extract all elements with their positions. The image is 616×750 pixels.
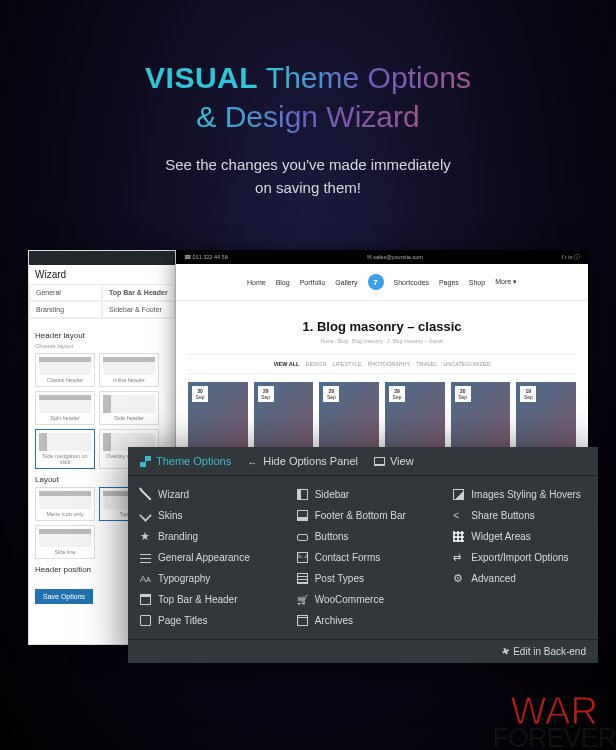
blog-card[interactable]: 20Sep	[451, 382, 511, 452]
hero: VISUAL Theme Options & Design Wizard See…	[0, 0, 616, 199]
layout-option[interactable]: Side line	[35, 525, 95, 559]
options-item[interactable]: Top Bar & Header	[140, 589, 273, 610]
popup-tab[interactable]: Hide Options Panel	[247, 455, 358, 467]
nav-item[interactable]: More ▾	[495, 278, 517, 286]
options-item[interactable]: Contact Forms	[297, 547, 430, 568]
nav-item[interactable]: Shortcodes	[394, 279, 429, 286]
filter-item[interactable]: PHOTOGRAPHY	[368, 361, 411, 367]
nav-item[interactable]: Shop	[469, 279, 485, 286]
layout-option[interactable]: Side header	[99, 391, 159, 425]
popup-body: WizardSkinsBrandingGeneral AppearanceTyp…	[128, 476, 598, 639]
site-page-title: 1. Blog masonry – classic	[176, 319, 588, 334]
options-item[interactable]: Export/Import Options	[453, 547, 586, 568]
breadcrumb: Home · Blog · Blog masonry · 1. Blog mas…	[176, 338, 588, 344]
subtitle-line-2: on saving them!	[255, 179, 361, 196]
choose-layout-label: Choose layout	[35, 343, 169, 349]
options-item[interactable]: Share Buttons	[453, 505, 586, 526]
theme-options-popup: Theme OptionsHide Options PanelView Wiza…	[128, 447, 598, 663]
nav-item[interactable]: Pages	[439, 279, 459, 286]
layout-option[interactable]: Split header	[35, 391, 95, 425]
layout-option[interactable]: Menu icon only	[35, 487, 95, 521]
filter-item[interactable]: LIFESTYLE	[333, 361, 362, 367]
blog-card[interactable]: 29Sep	[319, 382, 379, 452]
options-item[interactable]: Typography	[140, 568, 273, 589]
filter-item[interactable]: VIEW ALL	[273, 361, 299, 367]
popup-column-1: WizardSkinsBrandingGeneral AppearanceTyp…	[128, 484, 285, 631]
nav-item[interactable]: Gallery	[335, 279, 357, 286]
options-item[interactable]: Advanced	[453, 568, 586, 589]
filter-item[interactable]: TRAVEL	[416, 361, 437, 367]
wizard-tab-topbar-header[interactable]: Top Bar & Header	[102, 284, 175, 301]
popup-column-3: Images Styling & HoversShare ButtonsWidg…	[441, 484, 598, 631]
popup-tab[interactable]: Theme Options	[140, 455, 231, 467]
brush-icon	[139, 509, 151, 521]
section-header-layout: Header layout	[35, 331, 169, 340]
wp-admin-bar[interactable]	[29, 251, 175, 265]
wizard-title: Wizard	[29, 265, 175, 284]
page-icon	[140, 615, 151, 626]
options-item[interactable]: Footer & Bottom Bar	[297, 505, 430, 526]
wizard-tabs: General Top Bar & Header Branding Sideba…	[29, 284, 175, 319]
options-item[interactable]: WooCommerce	[297, 589, 430, 610]
wizard-tab-general[interactable]: General	[29, 284, 102, 301]
date-badge: 29Sep	[258, 386, 274, 402]
wizard-tab-branding[interactable]: Branding	[29, 301, 102, 318]
layout-option[interactable]: Side navigation on click	[35, 429, 95, 469]
popup-header: Theme OptionsHide Options PanelView	[128, 447, 598, 476]
mail-icon	[297, 552, 308, 563]
options-item[interactable]: Skins	[140, 505, 273, 526]
filter-item[interactable]: UNCATEGORIZED	[443, 361, 490, 367]
tools-icon	[140, 456, 151, 467]
options-item[interactable]: Post Types	[297, 568, 430, 589]
date-badge: 29Sep	[323, 386, 339, 402]
save-options-button[interactable]: Save Options	[35, 589, 93, 604]
watermark: WAR FOREVER	[492, 695, 616, 750]
blog-card[interactable]: 29Sep	[254, 382, 314, 452]
star-icon	[140, 531, 151, 542]
blog-card[interactable]: 30Sep	[188, 382, 248, 452]
button-icon	[297, 534, 308, 541]
archive-icon	[297, 615, 308, 626]
edit-backend-link[interactable]: Edit in Back-end	[513, 646, 586, 657]
nav-item[interactable]: Portfolio	[300, 279, 326, 286]
subtitle: See the changes you've made immediately …	[0, 154, 616, 199]
date-badge: 30Sep	[192, 386, 208, 402]
options-item[interactable]: Images Styling & Hovers	[453, 484, 586, 505]
layout-icon	[140, 594, 151, 605]
layout-option[interactable]: Classic header	[35, 353, 95, 387]
wrench-icon	[499, 646, 510, 657]
options-item[interactable]: Sidebar	[297, 484, 430, 505]
date-badge: 19Sep	[520, 386, 536, 402]
nav-item[interactable]: Blog	[276, 279, 290, 286]
layout-option[interactable]: Inline header	[99, 353, 159, 387]
cart-icon	[297, 594, 308, 605]
blog-card[interactable]: 29Sep	[385, 382, 445, 452]
nav-item[interactable]: Home	[247, 279, 266, 286]
filter-item[interactable]: DESIGN	[305, 361, 326, 367]
category-filters: VIEW ALLDESIGNLIFESTYLEPHOTOGRAPHYTRAVEL…	[188, 354, 576, 374]
options-item[interactable]: Buttons	[297, 526, 430, 547]
options-item[interactable]: Wizard	[140, 484, 273, 505]
options-item[interactable]: Branding	[140, 526, 273, 547]
options-item[interactable]: Archives	[297, 610, 430, 631]
image-icon	[453, 489, 464, 500]
doc-icon	[297, 573, 308, 584]
popup-tab[interactable]: View	[374, 455, 414, 467]
topbar-social[interactable]: f t in ⓘ	[562, 254, 580, 261]
wizard-tab-sidebar-footer[interactable]: Sidebar & Footer	[102, 301, 175, 318]
options-item[interactable]: Widget Areas	[453, 526, 586, 547]
blog-card[interactable]: 19Sep	[516, 382, 576, 452]
share-icon	[453, 510, 464, 521]
title-strong: VISUAL	[145, 61, 258, 94]
arrow-icon	[247, 456, 258, 467]
page-title: VISUAL Theme Options & Design Wizard	[0, 58, 616, 136]
site-topbar: ☎ 011 322 44 56 ✉ sales@yoursite.com f t…	[176, 250, 588, 264]
topbar-email: ✉ sales@yoursite.com	[367, 254, 423, 260]
topbar-phone: ☎ 011 322 44 56	[184, 254, 228, 260]
widget-icon	[453, 531, 464, 542]
options-item[interactable]: General Appearance	[140, 547, 273, 568]
options-item[interactable]: Page Titles	[140, 610, 273, 631]
sidebar-icon	[297, 489, 308, 500]
wand-icon	[140, 489, 151, 500]
site-logo[interactable]: 7	[368, 274, 384, 290]
